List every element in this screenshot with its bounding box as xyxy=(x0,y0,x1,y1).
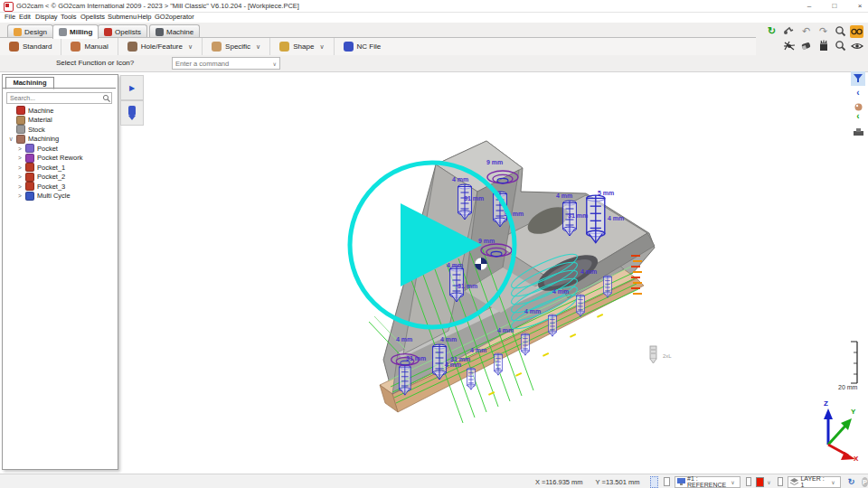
reference-value: #1 : REFERENCE xyxy=(687,475,726,488)
dropdown-icon: ∨ xyxy=(728,479,737,485)
video-play-overlay[interactable] xyxy=(0,0,868,488)
reference-checkbox[interactable] xyxy=(664,477,670,486)
play-icon xyxy=(401,203,482,286)
layers-icon xyxy=(790,478,798,485)
status-bar: X =116.935 mm Y =13.501 mm #1 : REFERENC… xyxy=(0,474,868,488)
layer-checkbox[interactable] xyxy=(778,477,784,486)
grid-icon[interactable] xyxy=(650,476,658,488)
help-badge[interactable]: P xyxy=(862,477,868,487)
refresh-view-icon[interactable]: ↻ xyxy=(848,477,855,486)
monitor-icon xyxy=(677,478,685,485)
color-dropdown-icon[interactable]: ∨ xyxy=(764,479,773,485)
color-swatch[interactable] xyxy=(756,477,764,487)
reference-dropdown[interactable]: #1 : REFERENCE ∨ xyxy=(675,476,741,488)
cursor-x: X =116.935 mm xyxy=(535,478,583,486)
color-checkbox[interactable] xyxy=(746,477,752,486)
layer-dropdown[interactable]: LAYER : 1 ∨ xyxy=(788,476,840,488)
layer-value: LAYER : 1 xyxy=(800,475,826,488)
dropdown-icon: ∨ xyxy=(828,479,837,485)
cursor-y: Y =13.501 mm xyxy=(596,478,640,486)
